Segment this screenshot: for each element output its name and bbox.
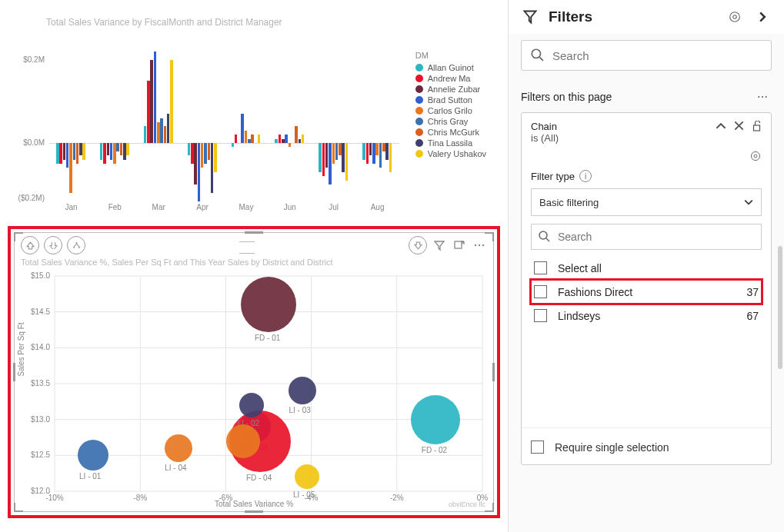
filter-icon[interactable] — [432, 238, 447, 253]
pane-title: Filters — [549, 8, 716, 25]
checkbox[interactable] — [534, 309, 547, 322]
svg-point-33 — [730, 12, 740, 22]
svg-point-6 — [482, 244, 484, 246]
svg-text:$13.5: $13.5 — [31, 379, 50, 387]
filters-pane: Filters Filters on this page ⋯ Chain is … — [508, 0, 784, 532]
filter-option[interactable]: Fashions Direct37 — [531, 280, 762, 304]
x-axis-label: Total Sales Variance % — [215, 500, 293, 508]
values-search-input[interactable] — [531, 224, 762, 250]
expand-hierarchy-icon[interactable] — [67, 236, 85, 254]
svg-text:$12.0: $12.0 — [31, 487, 50, 495]
svg-point-5 — [479, 244, 480, 246]
filter-option[interactable]: Select all — [531, 256, 762, 280]
filter-type-select[interactable]: Basic filtering — [531, 188, 762, 216]
report-canvas[interactable]: Total Sales Variance by FiscalMonth and … — [0, 0, 508, 532]
filters-section-header: Filters on this page ⋯ — [509, 77, 784, 112]
svg-text:$15.0: $15.0 — [31, 271, 50, 280]
chart-title: Total Sales Variance %, Sales Per Sq Ft … — [15, 258, 493, 267]
svg-point-0 — [75, 242, 77, 244]
filters-search[interactable] — [521, 40, 772, 71]
drill-up-icon[interactable] — [21, 236, 39, 254]
checkbox[interactable] — [531, 441, 544, 454]
search-icon — [538, 230, 550, 242]
svg-rect-37 — [754, 125, 760, 131]
scrollbar-thumb[interactable] — [778, 246, 782, 369]
filter-card-chain: Chain is (All) Filter type i Basic filte… — [521, 112, 772, 465]
legend: DM Allan GuinotAndrew MaAnnelie ZubarBra… — [415, 51, 486, 160]
filter-icon — [521, 8, 539, 26]
checkbox[interactable] — [534, 261, 547, 274]
svg-text:-8%: -8% — [133, 494, 147, 502]
clear-filter-icon[interactable] — [734, 121, 744, 131]
hide-filter-icon[interactable] — [749, 150, 762, 162]
collapse-card-icon[interactable] — [716, 121, 726, 131]
svg-text:$14.5: $14.5 — [31, 308, 50, 316]
svg-point-40 — [539, 231, 547, 239]
require-single-selection[interactable]: Require single selection — [522, 427, 771, 464]
watermark: obviEnce llc — [449, 500, 485, 508]
svg-point-39 — [754, 155, 757, 158]
restate-icon[interactable] — [726, 8, 744, 26]
svg-point-1 — [73, 246, 75, 248]
svg-text:-2%: -2% — [390, 494, 404, 502]
checkbox[interactable] — [534, 285, 547, 298]
focus-mode-icon[interactable] — [452, 238, 467, 253]
svg-point-38 — [751, 151, 759, 160]
svg-text:$14.0: $14.0 — [31, 343, 50, 351]
chevron-down-icon — [744, 198, 753, 207]
lock-filter-icon[interactable] — [752, 121, 762, 131]
visual-toolbar — [15, 233, 493, 258]
svg-rect-3 — [455, 241, 462, 248]
svg-text:$13.0: $13.0 — [31, 415, 50, 424]
svg-point-4 — [475, 244, 476, 246]
bar-chart-visual[interactable]: Total Sales Variance by FiscalMonth and … — [8, 6, 500, 221]
svg-line-41 — [546, 238, 549, 241]
filter-summary: is (All) — [531, 132, 708, 144]
filter-field-name: Chain — [531, 121, 708, 132]
drill-down-icon[interactable] — [44, 236, 62, 254]
svg-point-34 — [733, 15, 737, 19]
filter-type-label: Filter type i — [522, 167, 771, 188]
section-more-icon[interactable]: ⋯ — [753, 88, 772, 106]
info-icon[interactable]: i — [579, 170, 592, 182]
filter-values-search[interactable] — [531, 224, 762, 250]
svg-point-2 — [78, 246, 79, 248]
y-axis-label: Sales Per Sq Ft — [17, 322, 25, 376]
collapse-pane-icon[interactable] — [753, 8, 772, 26]
filter-option[interactable]: Lindseys67 — [531, 304, 762, 328]
search-input[interactable] — [521, 40, 772, 71]
scatter-chart-visual-selected[interactable]: Total Sales Variance %, Sales Per Sq Ft … — [8, 226, 500, 518]
drill-mode-icon[interactable] — [409, 236, 427, 254]
svg-text:$12.5: $12.5 — [31, 451, 50, 459]
chart-title: Total Sales Variance by FiscalMonth and … — [8, 6, 500, 28]
